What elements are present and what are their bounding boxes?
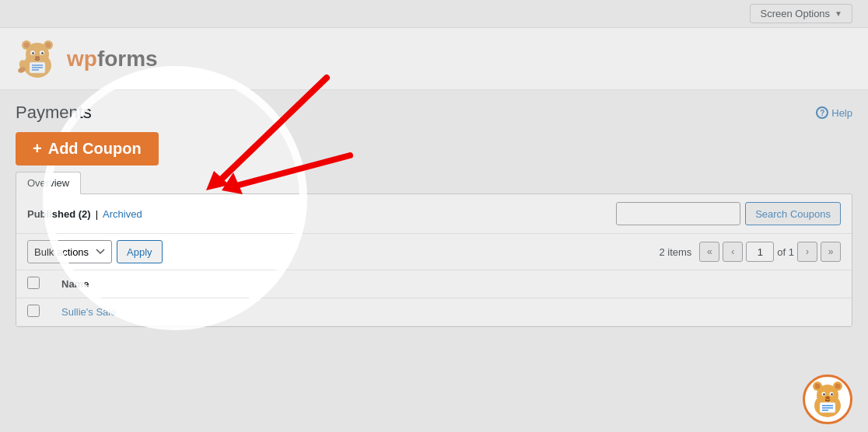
help-label: Help (831, 107, 852, 119)
filter-separator: | (96, 208, 98, 220)
filter-row: Published (2) | Archived Search Coupons (16, 194, 852, 234)
logo-area: wpforms (16, 37, 158, 81)
archived-link[interactable]: Archived (103, 208, 142, 220)
table-row: Sullie's Sale (16, 298, 852, 326)
first-page-icon: « (707, 246, 712, 257)
apply-button[interactable]: Apply (117, 240, 163, 263)
svg-point-5 (46, 42, 51, 47)
filter-right: Search Coupons (616, 202, 841, 225)
table-cell-checkbox (16, 298, 51, 326)
add-coupon-label: Add Coupon (48, 140, 142, 158)
select-all-checkbox[interactable] (27, 277, 40, 289)
table-header-name: Name (51, 270, 852, 298)
svg-point-10 (35, 56, 40, 59)
tab-overview[interactable]: Overview (16, 172, 81, 194)
filter-left: Published (2) | Archived (27, 208, 142, 220)
published-label: Published (2) (27, 208, 91, 220)
items-count: 2 items (659, 246, 691, 258)
row-checkbox[interactable] (27, 305, 40, 317)
table-container: Published (2) | Archived Search Coupons … (16, 193, 852, 327)
actions-right: 2 items « ‹ of 1 › » (659, 242, 841, 262)
svg-point-4 (24, 42, 30, 47)
screen-options-label: Screen Options (760, 8, 830, 19)
logo-text: wpforms (67, 47, 158, 71)
last-page-icon: » (828, 246, 834, 257)
search-input[interactable] (616, 202, 740, 225)
search-coupons-button[interactable]: Search Coupons (745, 202, 841, 225)
data-table: Name Sullie's Sale (16, 270, 852, 326)
page-title: Payments (16, 103, 92, 123)
bulk-select-wrapper: Bulk actions (27, 240, 112, 263)
bear-avatar (803, 375, 852, 424)
table-header-checkbox (16, 270, 51, 298)
top-bar: Screen Options ▼ (0, 0, 868, 28)
logo-forms: forms (97, 47, 158, 71)
coupon-name-link[interactable]: Sullie's Sale (61, 306, 116, 318)
screen-options-button[interactable]: Screen Options ▼ (750, 4, 852, 23)
help-icon: ? (816, 106, 828, 119)
table-header-row: Name (16, 270, 852, 298)
last-page-button[interactable]: » (821, 242, 841, 262)
svg-point-26 (835, 384, 841, 389)
svg-point-8 (32, 52, 34, 54)
bulk-actions-select[interactable]: Bulk actions (27, 240, 112, 263)
logo-wp: wp (67, 47, 97, 71)
apply-label: Apply (127, 246, 152, 258)
svg-point-31 (825, 396, 830, 399)
first-page-button[interactable]: « (699, 242, 719, 262)
next-page-button[interactable]: › (797, 242, 817, 262)
tab-overview-label: Overview (27, 177, 69, 189)
table-cell-name: Sullie's Sale (51, 298, 852, 326)
actions-left: Bulk actions Apply (27, 240, 163, 263)
add-coupon-button[interactable]: + Add Coupon (16, 132, 159, 165)
chevron-down-icon: ▼ (835, 9, 842, 18)
prev-page-icon: ‹ (731, 246, 734, 257)
svg-point-9 (41, 52, 44, 54)
svg-point-29 (823, 393, 825, 395)
page-of-text: of 1 (777, 246, 794, 258)
page-header: Payments ? Help (0, 90, 868, 123)
header: wpforms (0, 28, 868, 90)
actions-row: Bulk actions Apply 2 items « ‹ of 1 › » (16, 234, 852, 270)
tabs-row: Overview (0, 165, 868, 193)
svg-point-25 (815, 384, 821, 389)
svg-point-30 (831, 393, 833, 395)
help-link[interactable]: ? Help (816, 106, 852, 119)
prev-page-button[interactable]: ‹ (723, 242, 743, 262)
page-number-input[interactable] (746, 242, 774, 262)
plus-icon: + (33, 140, 42, 158)
search-coupons-label: Search Coupons (755, 208, 831, 220)
logo-bear-icon (16, 37, 59, 81)
next-page-icon: › (806, 246, 809, 257)
archived-label: Archived (103, 208, 142, 220)
